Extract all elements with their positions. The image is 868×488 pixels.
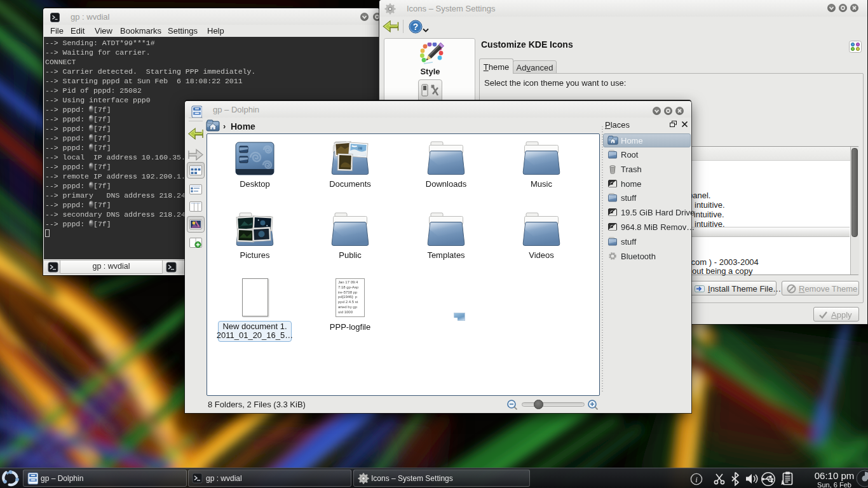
svg-text:?: ? [413,22,419,32]
svg-text:i: i [695,475,698,484]
